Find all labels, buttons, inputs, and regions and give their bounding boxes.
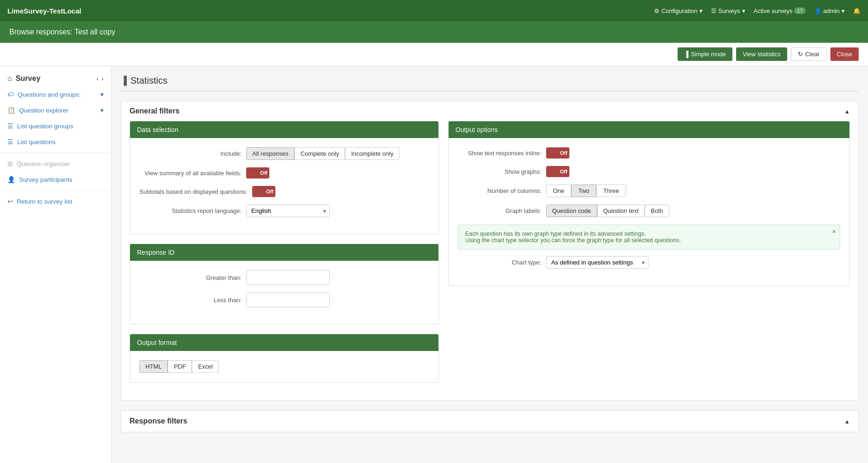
general-filters-section: General filters Data selection Inclu [121, 101, 859, 401]
explorer-icon: 📋 [7, 106, 15, 114]
output-options-panel: Output options Show text responses inlin… [448, 121, 850, 286]
show-graphs-label: Show graphs: [458, 168, 542, 175]
language-label: Statistics report language: [139, 207, 241, 214]
configuration-menu[interactable]: ⚙ Configuration ▾ [654, 7, 702, 14]
output-format-panel: Output format HTML PDF Excel [130, 334, 439, 383]
columns-btn-group: One Two Three [546, 185, 626, 197]
complete-only-btn[interactable]: Complete only [294, 147, 345, 160]
data-selection-panel: Data selection Include: All responses Co… [130, 121, 439, 234]
statistics-title: Statistics [131, 75, 168, 86]
question-code-btn[interactable]: Question code [546, 205, 597, 217]
all-responses-btn[interactable]: All responses [246, 147, 294, 160]
greater-than-label: Greater than: [139, 274, 241, 281]
general-filters-body: Data selection Include: All responses Co… [121, 121, 858, 400]
sidebar-item-return-to-survey-list[interactable]: ↩ Return to survey list [0, 193, 111, 209]
graph-labels-label: Graph labels: [458, 207, 542, 214]
show-text-toggle-track[interactable]: Off [546, 147, 569, 159]
general-filters-chevron [844, 107, 850, 115]
greater-than-input[interactable] [246, 270, 330, 285]
num-columns-label: Number of columns: [458, 187, 542, 194]
sidebar: ⌂ Survey ‹ › 🏷 Questions and groups: ▾ 📋… [0, 66, 111, 463]
view-summary-row: View summary of all available fields: Of… [139, 167, 429, 179]
chevron-down-icon-admin: ▾ [842, 7, 845, 14]
view-statistics-button[interactable]: View statistics [736, 47, 787, 61]
response-id-heading: Response ID [130, 244, 438, 261]
subtotals-toggle[interactable]: Off [252, 186, 275, 197]
two-col-layout: Data selection Include: All responses Co… [130, 121, 850, 392]
incomplete-only-btn[interactable]: Incomplete only [345, 147, 399, 160]
view-summary-toggle-track[interactable]: Off [246, 167, 269, 179]
less-than-label: Less than: [139, 297, 241, 304]
subtotals-toggle-track[interactable]: Off [252, 186, 275, 197]
three-columns-btn[interactable]: Three [596, 185, 626, 197]
sidebar-item-list-question-groups[interactable]: ☰ List question groups [0, 118, 111, 134]
statistics-section-header: ▐ Statistics [121, 75, 859, 92]
sidebar-item-survey-participants[interactable]: 👤 Survey participants [0, 172, 111, 187]
main-layout: ⌂ Survey ‹ › 🏷 Questions and groups: ▾ 📋… [0, 66, 868, 463]
language-select[interactable]: English [246, 205, 330, 217]
graph-labels-btn-group: Question code Question text Both [546, 205, 669, 217]
organizer-icon: ⊞ [7, 160, 13, 167]
two-columns-btn[interactable]: Two [571, 185, 596, 197]
question-text-btn[interactable]: Question text [597, 205, 645, 217]
alert-close-btn[interactable]: × [832, 228, 836, 235]
brand-logo: LimeSurvey-TestLocal [7, 7, 81, 15]
general-filters-header[interactable]: General filters [121, 101, 858, 121]
show-graphs-toggle[interactable]: Off [546, 166, 569, 177]
chevron-down-icon-qe: ▾ [100, 106, 104, 114]
close-button[interactable]: Close [830, 47, 859, 61]
show-graphs-row: Show graphs: Off [458, 166, 840, 177]
view-summary-toggle[interactable]: Off [246, 167, 269, 179]
pdf-btn[interactable]: PDF [168, 360, 192, 373]
sidebar-divider-2 [0, 190, 111, 191]
excel-btn[interactable]: Excel [192, 360, 219, 373]
statistics-bar-icon: ▐ [121, 76, 127, 86]
alert-message-line1: Each question has its own graph type def… [465, 231, 833, 237]
clear-button[interactable]: ↻ Clear [791, 47, 827, 61]
sidebar-prev-button[interactable]: ‹ [97, 75, 99, 82]
less-than-input[interactable] [246, 292, 330, 307]
chevron-down-icon-qg: ▾ [100, 91, 104, 98]
data-selection-body: Include: All responses Complete only Inc… [130, 138, 438, 234]
toolbar: ▐ Simple mode View statistics ↻ Clear Cl… [0, 43, 868, 66]
one-column-btn[interactable]: One [546, 185, 572, 197]
both-btn[interactable]: Both [645, 205, 669, 217]
output-options-body: Show text responses inline: Off Show gra… [449, 138, 849, 285]
simple-mode-button[interactable]: ▐ Simple mode [678, 47, 732, 61]
user-icon: 👤 [814, 7, 822, 14]
sidebar-item-list-questions[interactable]: ☰ List questions [0, 134, 111, 150]
active-surveys-menu[interactable]: Active surveys 17 [754, 7, 806, 14]
html-btn[interactable]: HTML [139, 360, 168, 373]
active-surveys-badge: 17 [794, 7, 805, 14]
output-format-body: HTML PDF Excel [130, 351, 438, 382]
sidebar-item-questions-groups[interactable]: 🏷 Questions and groups: ▾ [0, 86, 111, 102]
language-select-wrapper: English [246, 205, 330, 217]
response-filters-section[interactable]: Response filters [121, 410, 859, 432]
admin-menu[interactable]: 👤 admin ▾ [814, 7, 845, 14]
show-text-label: Show text responses inline: [458, 150, 542, 157]
list-icon: ☰ [711, 7, 717, 14]
sidebar-survey-header: ⌂ Survey ‹ › [0, 71, 111, 86]
output-format-btn-group: HTML PDF Excel [139, 360, 429, 373]
greater-than-row: Greater than: [139, 270, 429, 285]
sidebar-item-question-explorer[interactable]: 📋 Question explorer ▾ [0, 102, 111, 118]
left-column: Data selection Include: All responses Co… [130, 121, 439, 392]
participants-icon: 👤 [7, 176, 15, 183]
main-content: ▐ Statistics General filters Data select… [111, 66, 868, 463]
show-graphs-toggle-track[interactable]: Off [546, 166, 569, 177]
include-row: Include: All responses Complete only Inc… [139, 147, 429, 160]
data-selection-heading: Data selection [130, 121, 438, 138]
show-text-row: Show text responses inline: Off [458, 147, 840, 159]
bar-chart-icon: ▐ [684, 51, 688, 58]
show-text-toggle[interactable]: Off [546, 147, 569, 159]
chart-type-select[interactable]: As defined in question settings [546, 256, 648, 269]
notifications-bell[interactable]: 🔔 [853, 7, 861, 14]
breadcrumb: Browse responses: Test all copy [0, 21, 868, 43]
sidebar-next-button[interactable]: › [101, 75, 104, 82]
chevron-down-icon-surveys: ▾ [742, 7, 745, 14]
language-row: Statistics report language: English [139, 205, 429, 217]
chevron-down-icon: ▾ [699, 7, 703, 14]
response-filters-chevron [844, 417, 850, 425]
surveys-menu[interactable]: ☰ Surveys ▾ [711, 7, 745, 14]
refresh-icon: ↻ [798, 51, 803, 58]
